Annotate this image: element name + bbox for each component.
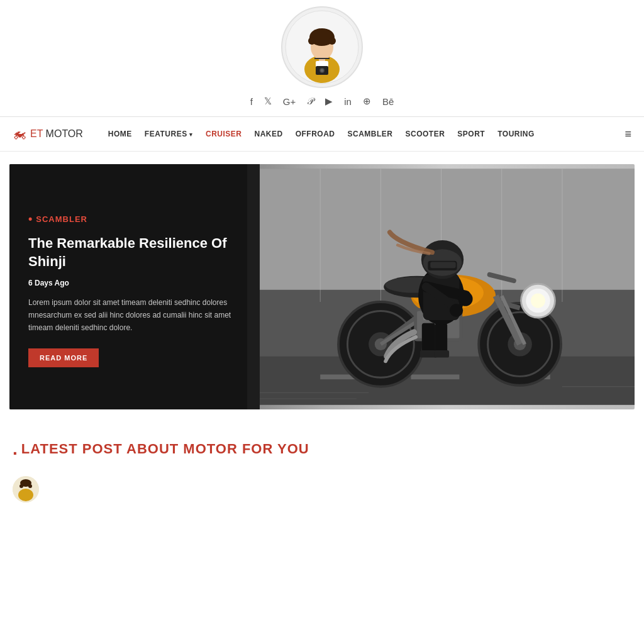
nav-link-scooter[interactable]: SCOOTER <box>399 125 452 143</box>
nav-link-scambler[interactable]: SCAMBLER <box>341 125 399 143</box>
nav-item-naked: NAKED <box>248 125 289 143</box>
svg-rect-17 <box>411 374 459 379</box>
nav-link-features[interactable]: FEATURES ▾ <box>138 125 199 143</box>
googleplus-link[interactable]: G+ <box>283 96 296 107</box>
svg-point-57 <box>458 292 472 306</box>
svg-rect-52 <box>434 350 449 358</box>
nav-item-offroad: OFFROAD <box>289 125 341 143</box>
latest-posts-title: LATEST POST ABOUT MOTOR FOR YOU <box>13 441 631 457</box>
linkedin-link[interactable]: in <box>344 96 352 107</box>
latest-post-row <box>13 470 631 509</box>
hero-category: SCAMBLER <box>28 213 241 226</box>
author-avatar-image <box>13 476 39 502</box>
avatar <box>281 6 363 88</box>
nav-link-sport[interactable]: SPORT <box>451 125 491 143</box>
svg-point-5 <box>308 37 316 45</box>
svg-point-72 <box>28 484 32 488</box>
logo-icon: 🏍 <box>13 126 26 142</box>
hero-motorcycle-image <box>260 164 635 409</box>
nav-links: HOME FEATURES ▾ CRUISER NAKED OFFROAD SC… <box>102 125 625 143</box>
hero-date: 6 Days Ago <box>28 279 241 287</box>
svg-rect-49 <box>421 323 435 353</box>
hero-excerpt: Lorem ipsum dolor sit amet timeam deleni… <box>28 296 241 335</box>
social-bar: f 𝕏 G+ 𝒫 ▶ in ⊕ Bē <box>0 0 644 116</box>
hamburger-menu[interactable]: ≡ <box>625 128 631 141</box>
twitter-link[interactable]: 𝕏 <box>264 96 272 107</box>
nav-item-scambler: SCAMBLER <box>341 125 399 143</box>
nav-link-naked[interactable]: NAKED <box>248 125 289 143</box>
hero-background: SCAMBLER The Remarkable Resilience Of Sh… <box>9 164 635 409</box>
nav-item-cruiser: CRUISER <box>199 125 248 143</box>
svg-point-68 <box>18 489 33 501</box>
svg-point-58 <box>450 304 463 317</box>
rss-link[interactable]: ⊕ <box>363 96 371 107</box>
nav-link-cruiser[interactable]: CRUISER <box>199 125 248 143</box>
svg-rect-15 <box>260 357 635 405</box>
logo-text: ET MOTOR <box>30 128 83 140</box>
nav-link-offroad[interactable]: OFFROAD <box>289 125 341 143</box>
pinterest-link[interactable]: 𝒫 <box>307 96 314 107</box>
nav-item-features: FEATURES ▾ <box>138 125 199 143</box>
nav-item-scooter: SCOOTER <box>399 125 452 143</box>
read-more-button[interactable]: READ MORE <box>28 348 99 367</box>
nav-item-sport: SPORT <box>451 125 491 143</box>
svg-point-71 <box>19 484 23 488</box>
nav-link-touring[interactable]: TOURING <box>491 125 541 143</box>
svg-rect-63 <box>430 262 455 269</box>
behance-link[interactable]: Bē <box>382 96 394 107</box>
site-logo[interactable]: 🏍 ET MOTOR <box>13 126 83 142</box>
logo-motor: MOTOR <box>43 128 83 139</box>
svg-point-6 <box>328 37 336 45</box>
social-icons-container: f 𝕏 G+ 𝒫 ▶ in ⊕ Bē <box>250 96 394 107</box>
facebook-link[interactable]: f <box>250 96 253 107</box>
hero-title: The Remarkable Resilience Of Shinji <box>28 235 241 270</box>
avatar-image <box>284 9 360 85</box>
post-author-avatar <box>13 476 39 502</box>
svg-point-47 <box>531 294 545 308</box>
main-navbar: 🏍 ET MOTOR HOME FEATURES ▾ CRUISER NAKED… <box>0 117 644 152</box>
logo-et: ET <box>30 128 43 139</box>
dropdown-arrow-icon: ▾ <box>189 131 193 138</box>
hero-image-panel <box>260 164 635 409</box>
latest-posts-section: LATEST POST ABOUT MOTOR FOR YOU <box>0 422 644 521</box>
svg-rect-50 <box>435 323 447 353</box>
nav-item-touring: TOURING <box>491 125 541 143</box>
nav-item-home: HOME <box>102 125 138 143</box>
youtube-link[interactable]: ▶ <box>325 96 333 107</box>
hero-content-panel: SCAMBLER The Remarkable Resilience Of Sh… <box>9 164 260 409</box>
nav-link-home[interactable]: HOME <box>102 125 138 143</box>
svg-point-11 <box>321 69 324 72</box>
hero-section: SCAMBLER The Remarkable Resilience Of Sh… <box>9 164 635 409</box>
